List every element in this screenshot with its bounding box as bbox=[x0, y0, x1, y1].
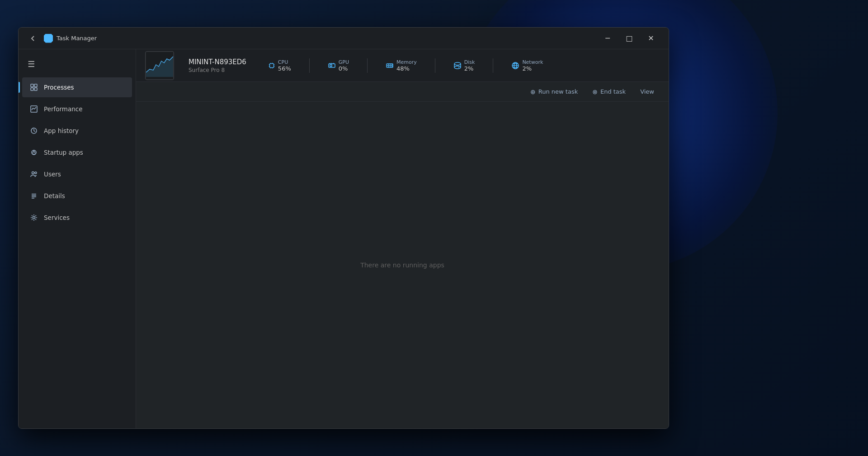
svg-rect-2 bbox=[31, 88, 33, 90]
header-bar: MININT-N893ED6 Surface Pro 8 CPU 56% bbox=[136, 49, 669, 82]
details-label: Details bbox=[44, 192, 65, 200]
svg-point-42 bbox=[458, 67, 459, 68]
network-metric-info: Network 2% bbox=[522, 59, 543, 72]
gpu-label: GPU bbox=[339, 59, 349, 65]
svg-point-8 bbox=[32, 172, 34, 174]
machine-icon bbox=[145, 51, 174, 80]
app-icon bbox=[44, 34, 53, 43]
startup-apps-label: Startup apps bbox=[44, 149, 83, 156]
sidebar-item-startup-apps[interactable]: Startup apps bbox=[22, 142, 132, 162]
main-content: There are no running apps bbox=[136, 102, 669, 428]
cpu-metric-info: CPU 56% bbox=[278, 59, 291, 72]
view-button[interactable]: View bbox=[635, 86, 660, 98]
memory-label: Memory bbox=[396, 59, 417, 65]
svg-point-41 bbox=[454, 62, 461, 65]
end-task-icon: ⊗ bbox=[592, 88, 598, 95]
close-button[interactable]: ✕ bbox=[641, 31, 661, 46]
memory-icon bbox=[386, 62, 394, 70]
cpu-icon bbox=[268, 62, 275, 69]
svg-rect-17 bbox=[269, 63, 274, 67]
empty-message: There are no running apps bbox=[360, 261, 444, 269]
users-icon bbox=[29, 170, 38, 179]
gpu-metric: GPU 0% bbox=[328, 59, 349, 72]
machine-name: MININT-N893ED6 bbox=[189, 58, 246, 66]
disk-metric-info: Disk 2% bbox=[464, 59, 475, 72]
network-icon bbox=[511, 62, 519, 70]
disk-icon bbox=[453, 62, 462, 70]
maximize-button[interactable]: □ bbox=[619, 31, 640, 46]
gpu-value: 0% bbox=[339, 65, 349, 72]
svg-point-38 bbox=[454, 66, 461, 69]
main-layout: ☰ Processes bbox=[19, 49, 669, 428]
divider-3 bbox=[435, 58, 435, 73]
window-controls: ─ □ ✕ bbox=[597, 31, 661, 46]
details-icon bbox=[29, 191, 38, 200]
sidebar-item-performance[interactable]: Performance bbox=[22, 99, 132, 119]
disk-label: Disk bbox=[464, 59, 475, 65]
window-title: Task Manager bbox=[57, 35, 597, 42]
users-label: Users bbox=[44, 171, 61, 178]
content-area: MININT-N893ED6 Surface Pro 8 CPU 56% bbox=[136, 49, 669, 428]
divider-1 bbox=[309, 58, 310, 73]
end-task-label: End task bbox=[600, 88, 626, 95]
sidebar-item-app-history[interactable]: App history bbox=[22, 121, 132, 141]
run-task-label: Run new task bbox=[538, 88, 578, 95]
machine-model: Surface Pro 8 bbox=[189, 67, 246, 73]
app-history-label: App history bbox=[44, 127, 79, 134]
app-history-icon bbox=[29, 126, 38, 135]
svg-rect-27 bbox=[330, 65, 332, 66]
divider-2 bbox=[367, 58, 368, 73]
svg-point-9 bbox=[35, 172, 37, 174]
processes-icon bbox=[29, 83, 38, 92]
sidebar-item-processes[interactable]: Processes bbox=[22, 77, 132, 97]
divider-4 bbox=[493, 58, 493, 73]
end-task-button[interactable]: ⊗ End task bbox=[587, 86, 631, 98]
network-label: Network bbox=[522, 59, 543, 65]
task-manager-window: Task Manager ─ □ ✕ ☰ bbox=[18, 27, 669, 429]
view-label: View bbox=[640, 88, 654, 95]
startup-icon bbox=[29, 148, 38, 157]
gpu-metric-info: GPU 0% bbox=[339, 59, 349, 72]
performance-label: Performance bbox=[44, 105, 83, 113]
hamburger-button[interactable]: ☰ bbox=[22, 55, 40, 73]
svg-rect-0 bbox=[31, 84, 33, 87]
gpu-icon bbox=[328, 62, 336, 70]
svg-point-14 bbox=[33, 217, 35, 219]
cpu-label: CPU bbox=[278, 59, 291, 65]
disk-metric: Disk 2% bbox=[453, 59, 475, 72]
toolbar: ⊕ Run new task ⊗ End task View bbox=[136, 82, 669, 102]
sidebar: ☰ Processes bbox=[19, 49, 136, 428]
sidebar-item-details[interactable]: Details bbox=[22, 186, 132, 206]
titlebar: Task Manager ─ □ ✕ bbox=[19, 28, 669, 49]
svg-rect-1 bbox=[34, 84, 37, 87]
performance-icon bbox=[29, 104, 38, 114]
network-metric: Network 2% bbox=[511, 59, 543, 72]
sidebar-item-services[interactable]: Services bbox=[22, 208, 132, 228]
memory-metric-info: Memory 48% bbox=[396, 59, 417, 72]
sidebar-item-users[interactable]: Users bbox=[22, 164, 132, 184]
services-icon bbox=[29, 213, 38, 222]
disk-value: 2% bbox=[464, 65, 475, 72]
cpu-metric: CPU 56% bbox=[268, 59, 291, 72]
machine-info: MININT-N893ED6 Surface Pro 8 bbox=[189, 58, 246, 73]
svg-rect-3 bbox=[34, 88, 37, 90]
processes-label: Processes bbox=[44, 84, 74, 91]
memory-value: 48% bbox=[396, 65, 417, 72]
back-button[interactable] bbox=[26, 31, 40, 46]
cpu-chart bbox=[146, 52, 173, 79]
memory-metric: Memory 48% bbox=[386, 59, 417, 72]
run-new-task-button[interactable]: ⊕ Run new task bbox=[525, 86, 583, 98]
cpu-value: 56% bbox=[278, 65, 291, 72]
minimize-button[interactable]: ─ bbox=[597, 31, 618, 46]
network-value: 2% bbox=[522, 65, 543, 72]
run-task-icon: ⊕ bbox=[530, 88, 536, 95]
services-label: Services bbox=[44, 214, 70, 221]
